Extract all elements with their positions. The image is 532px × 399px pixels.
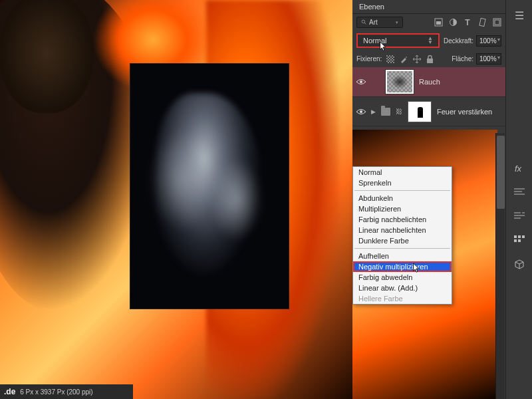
svg-rect-25 (514, 239, 517, 242)
layer-row[interactable]: Rauch (352, 67, 505, 97)
svg-point-0 (362, 20, 365, 23)
svg-line-1 (364, 23, 366, 24)
swatches-panel-icon[interactable] (512, 233, 527, 247)
lock-transparency-icon[interactable] (386, 55, 394, 63)
scrollbar-thumb[interactable] (497, 136, 505, 209)
svg-rect-11 (427, 59, 433, 63)
lock-pixels-icon[interactable] (399, 55, 408, 63)
svg-rect-8 (386, 55, 394, 63)
filter-adjustment-icon[interactable] (448, 18, 458, 27)
layer-thumbnail[interactable] (386, 70, 414, 94)
group-expand-arrow[interactable]: ▶ (371, 108, 376, 115)
layers-list[interactable]: Rauch ▶ ⛓ Feuer verstärken (352, 67, 505, 126)
menu-separator (354, 190, 450, 191)
blend-mode-menu[interactable]: Normal Sprenkeln Abdunkeln Multipliziere… (352, 166, 452, 305)
paragraph-panel-icon[interactable] (512, 185, 527, 200)
3d-panel-icon[interactable] (512, 257, 527, 271)
svg-rect-26 (518, 239, 521, 242)
panel-tab-layers[interactable]: Ebenen (352, 0, 505, 14)
layer-filter-row: Art ▾ T (352, 14, 505, 31)
filter-type-label: Art (369, 19, 378, 26)
status-suffix: .de (4, 387, 15, 396)
collapsed-panels-strip: ☰ fx (505, 0, 532, 399)
filter-pixel-icon[interactable] (434, 18, 443, 27)
blend-option[interactable]: Hellere Farbe (353, 293, 452, 304)
lock-all-icon[interactable] (426, 55, 434, 63)
fill-control: Fläche: 100%▼ (452, 53, 501, 65)
layer-mask-thumbnail[interactable] (408, 101, 432, 122)
svg-point-13 (360, 110, 362, 113)
folder-icon (381, 108, 390, 116)
svg-rect-22 (514, 235, 517, 238)
chevron-down-icon: ▾ (396, 20, 398, 25)
layer-name[interactable]: Rauch (419, 78, 440, 86)
smoke-content (156, 93, 263, 279)
opacity-value-input[interactable]: 100%▼ (476, 35, 501, 47)
fill-value-input[interactable]: 100%▼ (476, 53, 501, 65)
opacity-label[interactable]: Deckkraft: (444, 37, 473, 45)
status-doc-info: 6 Px x 3937 Px (200 ppi) (20, 388, 93, 396)
blend-option[interactable]: Aufhellen (353, 251, 452, 261)
canvas-viewport[interactable]: .de 6 Px x 3937 Px (200 ppi) (0, 0, 352, 399)
lock-position-icon[interactable] (412, 55, 421, 63)
visibility-toggle[interactable] (356, 107, 366, 116)
visibility-toggle[interactable] (356, 77, 366, 86)
lock-row: Fixieren: Fläche: 100%▼ (352, 51, 505, 67)
blend-mode-row: Normal ▲▼ Deckkraft: 100%▼ (352, 31, 505, 51)
search-icon (361, 19, 367, 25)
layer-row[interactable]: ▶ ⛓ Feuer verstärken (352, 97, 505, 126)
smoke-layer-bounds[interactable] (130, 63, 289, 309)
menu-separator (354, 248, 450, 249)
cursor-icon (413, 263, 421, 274)
panel-menu-icon[interactable]: ☰ (512, 8, 527, 23)
svg-point-12 (360, 80, 362, 83)
chevron-down-icon: ▼ (497, 55, 501, 63)
svg-rect-7 (495, 20, 499, 25)
svg-rect-23 (518, 235, 521, 238)
lock-label: Fixieren: (356, 55, 382, 63)
blend-option[interactable]: Linear abw. (Add.) (353, 283, 452, 293)
blend-option[interactable]: Farbig nachbelichten (353, 214, 452, 225)
blend-option[interactable]: Normal (353, 167, 452, 178)
link-icon: ⛓ (396, 108, 402, 115)
filter-type-icon[interactable]: T (463, 18, 472, 27)
svg-rect-3 (436, 21, 441, 25)
fill-label[interactable]: Fläche: (452, 55, 473, 63)
chevron-down-icon: ▼ (497, 37, 501, 45)
svg-text:fx: fx (515, 164, 522, 174)
blend-option[interactable]: Linear nachbelichten (353, 225, 452, 235)
filter-icons: T (434, 18, 501, 27)
cursor-icon (380, 42, 388, 53)
blend-option[interactable]: Dunklere Farbe (353, 235, 452, 246)
dropdown-arrows-icon: ▲▼ (428, 37, 433, 45)
opacity-control: Deckkraft: 100%▼ (444, 35, 501, 47)
filter-shape-icon[interactable] (477, 18, 487, 27)
blend-option-highlighted[interactable]: Negativ multiplizieren (353, 261, 452, 272)
styles-panel-icon[interactable]: fx (512, 161, 527, 176)
blend-option[interactable]: Abdunkeln (353, 193, 452, 203)
svg-rect-5 (479, 18, 485, 26)
svg-rect-24 (522, 235, 525, 238)
blend-mode-dropdown[interactable]: Normal ▲▼ (356, 33, 440, 48)
blend-option[interactable]: Sprenkeln (353, 178, 452, 188)
layer-name[interactable]: Feuer verstärken (437, 108, 492, 116)
filter-smartobject-icon[interactable] (492, 18, 501, 27)
character-panel-icon[interactable] (512, 209, 527, 223)
status-bar: .de 6 Px x 3937 Px (200 ppi) (0, 384, 133, 399)
blend-option[interactable]: Farbig abwedeln (353, 272, 452, 283)
blend-option[interactable]: Multiplizieren (353, 203, 452, 214)
layer-filter-type[interactable]: Art ▾ (356, 17, 403, 28)
vertical-scrollbar[interactable] (495, 133, 505, 399)
